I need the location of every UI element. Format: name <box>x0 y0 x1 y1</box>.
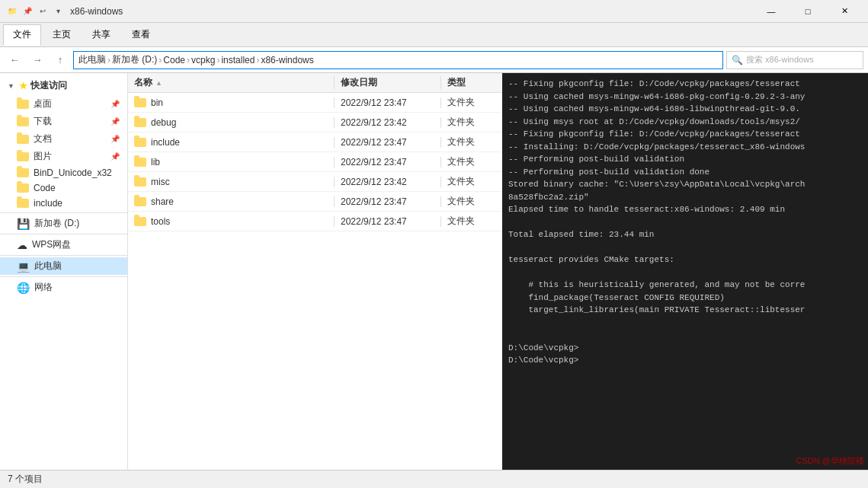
sidebar-quick-access[interactable]: ▼ ★ 快速访问 <box>0 76 127 95</box>
col-name-label: 名称 <box>134 76 152 89</box>
pin-icon: 📌 <box>111 100 120 108</box>
file-type-misc: 文件夹 <box>441 175 502 188</box>
forward-button[interactable]: → <box>27 50 47 70</box>
maximize-button[interactable]: □ <box>790 0 825 23</box>
file-name-bin: bin <box>128 97 335 108</box>
separator2 <box>0 234 127 234</box>
undo-icon[interactable]: ↩ <box>37 5 49 18</box>
sidebar-item-pictures[interactable]: 图片 📌 <box>0 148 127 165</box>
file-row[interactable]: lib 2022/9/12 23:47 文件夹 <box>128 152 502 172</box>
file-type-tools: 文件夹 <box>441 215 502 228</box>
file-name-tools: tools <box>128 216 335 227</box>
pin-icon4: 📌 <box>111 152 120 161</box>
pin-icon2: 📌 <box>111 117 120 126</box>
terminal-panel[interactable]: -- Fixing pkgconfig file: D:/Code/vcpkg/… <box>502 73 868 470</box>
path-segment-installed[interactable]: installed <box>221 55 255 65</box>
file-name-share: share <box>128 196 335 207</box>
search-box[interactable]: 🔍 搜索 x86-windows <box>726 51 863 69</box>
folder-icon <box>17 183 29 193</box>
separator4 <box>0 276 127 277</box>
watermark: CSDN @华桃院楼 <box>796 455 864 467</box>
sidebar-item-desktop[interactable]: 桌面 📌 <box>0 95 127 113</box>
sidebar-label-bind: BinD_Unicode_x32 <box>34 167 112 178</box>
file-row[interactable]: misc 2022/9/12 23:42 文件夹 <box>128 172 502 192</box>
folder-icon <box>17 135 29 144</box>
tab-view[interactable]: 查看 <box>122 24 160 46</box>
sidebar-item-bind[interactable]: BinD_Unicode_x32 <box>0 165 127 180</box>
separator1 <box>0 212 127 213</box>
folder-icon <box>17 100 29 109</box>
file-row[interactable]: tools 2022/9/12 23:47 文件夹 <box>128 212 502 231</box>
path-segment-vcpkg[interactable]: vcpkg <box>191 55 215 65</box>
drive-icon: 💾 <box>17 218 30 230</box>
app-icon: 📁 <box>6 5 18 18</box>
redo-icon[interactable]: ▾ <box>52 5 64 18</box>
file-row[interactable]: bin 2022/9/12 23:47 文件夹 <box>128 93 502 113</box>
file-row[interactable]: include 2022/9/12 23:47 文件夹 <box>128 132 502 152</box>
chevron-icon: ▼ <box>8 82 14 90</box>
sidebar-item-wps[interactable]: ☁ WPS网盘 <box>0 236 127 254</box>
path-segment-d[interactable]: 新加卷 (D:) <box>112 53 157 66</box>
title-bar: 📁 📌 ↩ ▾ x86-windows — □ ✕ <box>0 0 868 23</box>
search-icon: 🔍 <box>732 55 743 65</box>
sidebar-item-thispc[interactable]: 💻 此电脑 <box>0 257 127 275</box>
path-segment-code[interactable]: Code <box>163 55 185 65</box>
tab-share[interactable]: 共享 <box>82 24 120 46</box>
address-bar: ← → ↑ 此电脑 › 新加卷 (D:) › Code › vcpkg › in… <box>0 47 868 73</box>
back-button[interactable]: ← <box>5 50 24 70</box>
title-bar-icons: 📁 📌 ↩ ▾ <box>6 5 64 18</box>
search-placeholder: 搜索 x86-windows <box>746 54 814 65</box>
sidebar-item-code[interactable]: Code <box>0 180 127 196</box>
tab-file[interactable]: 文件 <box>3 24 41 46</box>
file-name-debug: debug <box>128 117 335 128</box>
pin-icon3: 📌 <box>111 135 120 143</box>
address-path[interactable]: 此电脑 › 新加卷 (D:) › Code › vcpkg › installe… <box>73 51 723 69</box>
folder-icon <box>134 158 146 167</box>
file-date-tools: 2022/9/12 23:47 <box>335 216 441 227</box>
folder-icon <box>134 98 146 107</box>
quick-access-label: 快速访问 <box>30 79 67 92</box>
col-header-type[interactable]: 类型 <box>441 76 502 89</box>
file-date-debug: 2022/9/12 23:42 <box>335 117 441 128</box>
col-date-label: 修改日期 <box>341 76 377 89</box>
file-row[interactable]: share 2022/9/12 23:47 文件夹 <box>128 192 502 212</box>
path-segment-x86[interactable]: x86-windows <box>261 55 313 65</box>
file-name-misc: misc <box>128 177 335 187</box>
sidebar-label-code: Code <box>34 183 56 193</box>
sidebar: ▼ ★ 快速访问 桌面 📌 下载 📌 文档 📌 图片 📌 BinD_Unicod… <box>0 73 128 470</box>
quick-access-icon[interactable]: 📌 <box>21 5 34 18</box>
pc-icon: 💻 <box>17 260 30 273</box>
file-date-share: 2022/9/12 23:47 <box>335 196 441 207</box>
sidebar-label-thispc: 此电脑 <box>34 260 62 273</box>
star-icon: ★ <box>19 81 27 91</box>
window-title: x86-windows <box>70 6 754 17</box>
file-row[interactable]: debug 2022/9/12 23:42 文件夹 <box>128 113 502 132</box>
sidebar-item-drive-d[interactable]: 💾 新加卷 (D:) <box>0 215 127 232</box>
folder-icon <box>134 118 146 127</box>
up-button[interactable]: ↑ <box>50 50 70 70</box>
folder-icon <box>17 117 29 126</box>
sidebar-label-include: include <box>34 198 62 209</box>
folder-icon <box>134 138 146 147</box>
sidebar-label-pictures: 图片 <box>34 150 52 163</box>
ribbon: 文件 主页 共享 查看 <box>0 23 868 47</box>
sidebar-item-network[interactable]: 🌐 网络 <box>0 279 127 296</box>
close-button[interactable]: ✕ <box>827 0 862 23</box>
sidebar-label-wps: WPS网盘 <box>32 238 71 251</box>
folder-icon <box>17 152 29 161</box>
sidebar-item-include[interactable]: include <box>0 196 127 211</box>
folder-icon <box>134 217 146 226</box>
file-list-container: 名称 ▲ 修改日期 类型 bin 2022/9/12 23:47 文件夹 deb… <box>128 73 502 470</box>
col-header-name[interactable]: 名称 ▲ <box>128 76 335 89</box>
folder-icon <box>17 168 29 177</box>
tab-home[interactable]: 主页 <box>43 24 81 46</box>
col-header-date[interactable]: 修改日期 <box>335 76 441 89</box>
path-segment-pc[interactable]: 此电脑 <box>78 53 106 66</box>
sidebar-label-drive-d: 新加卷 (D:) <box>34 217 79 230</box>
sidebar-item-documents[interactable]: 文档 📌 <box>0 130 127 148</box>
file-type-bin: 文件夹 <box>441 96 502 109</box>
sidebar-label-documents: 文档 <box>34 132 52 145</box>
sidebar-item-downloads[interactable]: 下载 📌 <box>0 113 127 130</box>
minimize-button[interactable]: — <box>754 0 789 23</box>
file-date-misc: 2022/9/12 23:42 <box>335 177 441 187</box>
